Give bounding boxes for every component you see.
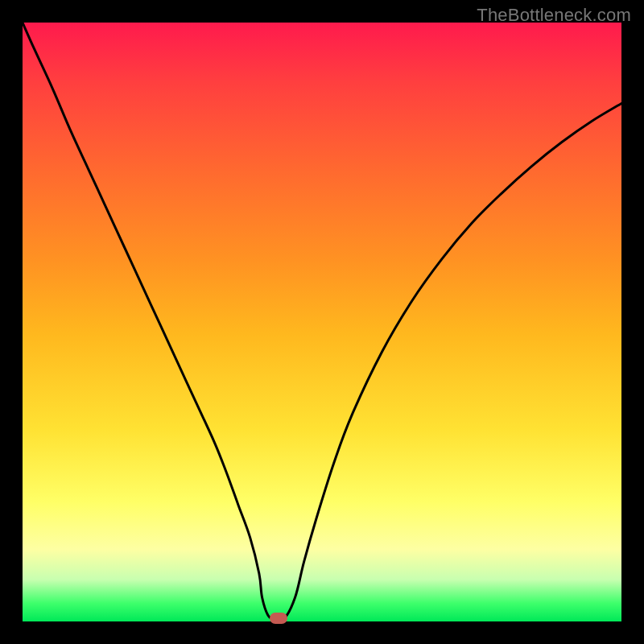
plot-area — [23, 23, 621, 621]
curve-svg — [23, 23, 621, 621]
chart-frame: TheBottleneck.com — [0, 0, 644, 644]
optimal-point-marker — [270, 613, 287, 624]
bottleneck-curve — [23, 23, 621, 621]
watermark-text: TheBottleneck.com — [477, 5, 631, 26]
